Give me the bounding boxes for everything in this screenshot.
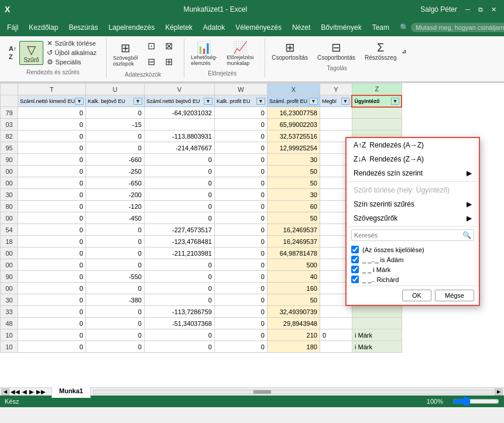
menu-fajl[interactable]: Fájl: [2, 21, 23, 34]
cell-u-12[interactable]: 0: [85, 247, 144, 259]
sheet-nav-next[interactable]: ▶: [29, 388, 34, 395]
data-tool-btn-1[interactable]: ⊡: [143, 39, 159, 53]
cell-x-9[interactable]: 50: [267, 212, 320, 224]
cell-v-14[interactable]: 0: [144, 271, 214, 283]
minimize-button[interactable]: ─: [462, 4, 474, 15]
ungroup-button[interactable]: ⊟ Csoportbontás: [313, 39, 359, 63]
cell-x-3[interactable]: 12,99925254: [267, 142, 320, 154]
filter-btn-T[interactable]: ▼: [75, 98, 84, 105]
cell-w-16[interactable]: 0: [214, 294, 267, 306]
cell-u-1[interactable]: -15: [85, 119, 144, 130]
data-tool-btn-2[interactable]: ⊟: [143, 54, 159, 69]
cell-x-2[interactable]: 32,53725516: [267, 130, 320, 142]
filter-check-mark[interactable]: _ _ i Márk: [351, 264, 474, 274]
filter-cancel-button[interactable]: Mégse: [435, 290, 474, 301]
cell-x-16[interactable]: 50: [267, 294, 320, 306]
cell-t-19[interactable]: 0: [18, 329, 86, 341]
menu-team[interactable]: Team: [368, 21, 394, 34]
filter-btn-V[interactable]: ▼: [204, 98, 212, 105]
cell-v-9[interactable]: 0: [144, 212, 214, 224]
cell-x-20[interactable]: 180: [267, 341, 320, 353]
cell-v-7[interactable]: 0: [144, 189, 214, 201]
menu-kepletek[interactable]: Képletek: [160, 21, 197, 34]
cell-u-5[interactable]: -250: [85, 166, 144, 177]
cell-x-11[interactable]: 16,2469537: [267, 236, 320, 247]
cell-t-5[interactable]: 0: [18, 166, 86, 177]
cell-v-5[interactable]: 0: [144, 166, 214, 177]
cell-u-4[interactable]: -660: [85, 154, 144, 166]
cell-v-16[interactable]: 0: [144, 294, 214, 306]
close-button[interactable]: ✕: [488, 4, 499, 15]
cell-v-1[interactable]: [144, 119, 214, 130]
sheet-nav-prev[interactable]: ◀: [22, 388, 27, 395]
cell-y-1[interactable]: [320, 119, 352, 130]
cell-x-8[interactable]: 60: [267, 201, 320, 212]
filter-checkbox-richard[interactable]: [351, 276, 359, 283]
filter-button[interactable]: ▽ Szűrő: [19, 41, 43, 65]
cell-t-0[interactable]: 0: [18, 107, 86, 119]
cell-v-3[interactable]: -214,487667: [144, 142, 214, 154]
menu-kezdolap[interactable]: Kezdőlap: [24, 21, 63, 34]
cell-t-2[interactable]: 0: [18, 130, 86, 142]
cell-t-18[interactable]: 0: [18, 318, 86, 329]
cell-x-4[interactable]: 30: [267, 154, 320, 166]
advanced-button[interactable]: ⚙ Speciális: [44, 57, 100, 67]
cell-v-20[interactable]: 0: [144, 341, 214, 353]
sheet-nav-right[interactable]: ▶▶: [36, 388, 46, 395]
cell-t-12[interactable]: 0: [18, 247, 86, 259]
cell-t-11[interactable]: 0: [18, 236, 86, 247]
cell-v-10[interactable]: -227,4573517: [144, 224, 214, 236]
cell-w-6[interactable]: 0: [214, 177, 267, 189]
cell-z-0[interactable]: [352, 107, 402, 119]
cell-w-11[interactable]: 0: [214, 236, 267, 247]
cell-w-2[interactable]: 0: [214, 130, 267, 142]
cell-v-13[interactable]: 0: [144, 259, 214, 271]
search-input[interactable]: [411, 23, 504, 32]
cell-t-6[interactable]: 0: [18, 177, 86, 189]
cell-u-11[interactable]: 0: [85, 236, 144, 247]
h-scroll-right[interactable]: ▶: [495, 388, 503, 396]
cell-y-19[interactable]: 0: [320, 329, 352, 341]
cell-v-4[interactable]: 0: [144, 154, 214, 166]
cell-x-17[interactable]: 32,49390739: [267, 306, 320, 318]
sheet-nav-left[interactable]: ◀◀: [11, 388, 20, 395]
cell-x-18[interactable]: 29,8943948: [267, 318, 320, 329]
cell-w-12[interactable]: 0: [214, 247, 267, 259]
cell-w-10[interactable]: 0: [214, 224, 267, 236]
cell-w-13[interactable]: 0: [214, 259, 267, 271]
cell-t-20[interactable]: 0: [18, 341, 86, 353]
cell-x-7[interactable]: 30: [267, 189, 320, 201]
cell-u-16[interactable]: -380: [85, 294, 144, 306]
cell-v-18[interactable]: -51,34037368: [144, 318, 214, 329]
cell-u-7[interactable]: -200: [85, 189, 144, 201]
cell-t-17[interactable]: 0: [18, 306, 86, 318]
filter-check-adam[interactable]: _ _.._ is Ádám: [351, 255, 474, 264]
cell-x-10[interactable]: 16,2469537: [267, 224, 320, 236]
filter-btn-X[interactable]: ▼: [309, 98, 318, 105]
filter-check-all[interactable]: (Az összes kijelölése): [351, 245, 474, 255]
filter-by-color[interactable]: Szín szerinti szűrés ▶: [347, 197, 479, 211]
cell-t-14[interactable]: 0: [18, 271, 86, 283]
filter-checkbox-all[interactable]: [351, 246, 359, 253]
subtotal-button[interactable]: Σ Részösszeg: [361, 39, 400, 63]
cell-x-14[interactable]: 40: [267, 271, 320, 283]
cell-x-13[interactable]: 500: [267, 259, 320, 271]
cell-z-17[interactable]: [352, 306, 402, 318]
cell-y-20[interactable]: [320, 341, 352, 353]
cell-z-1[interactable]: [352, 119, 402, 130]
h-scroll-left[interactable]: ◀: [1, 388, 9, 396]
cell-w-14[interactable]: 0: [214, 271, 267, 283]
cell-u-0[interactable]: 0: [85, 107, 144, 119]
cell-t-8[interactable]: 0: [18, 201, 86, 212]
menu-nezet[interactable]: Nézet: [287, 21, 315, 34]
cell-u-14[interactable]: -550: [85, 271, 144, 283]
cell-u-6[interactable]: -650: [85, 177, 144, 189]
cell-w-8[interactable]: 0: [214, 201, 267, 212]
cell-w-19[interactable]: 0: [214, 329, 267, 341]
cell-x-12[interactable]: 64,98781478: [267, 247, 320, 259]
filter-btn-Z[interactable]: ▼: [391, 98, 400, 105]
h-scroll-thumb[interactable]: [253, 390, 271, 394]
cell-u-9[interactable]: -450: [85, 212, 144, 224]
cell-w-20[interactable]: 0: [214, 341, 267, 353]
cell-t-15[interactable]: 0: [18, 283, 86, 294]
